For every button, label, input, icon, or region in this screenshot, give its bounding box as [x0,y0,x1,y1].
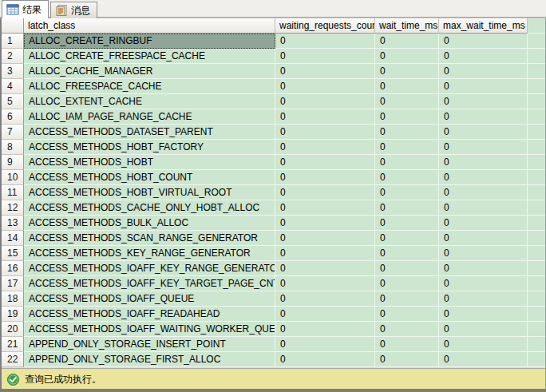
cell-waiting-requests-count[interactable]: 0 [275,291,375,307]
cell-wait-time-ms[interactable]: 0 [375,322,439,337]
cell-waiting-requests-count[interactable]: 0 [275,231,375,246]
tab-messages[interactable]: 消息 [50,2,97,18]
row-number-cell[interactable]: 1 [2,34,24,49]
grid-corner-cell[interactable] [2,18,24,34]
cell-waiting-requests-count[interactable]: 0 [275,109,375,125]
cell-latch-class[interactable]: ACCESS_METHODS_IOAFF_READAHEAD [24,307,275,322]
column-header-max-wait-time-ms[interactable]: max_wait_time_ms [439,18,528,34]
cell-max-wait-time-ms[interactable]: 0 [439,261,528,276]
cell-wait-time-ms[interactable]: 0 [375,64,439,79]
row-number-cell[interactable]: 11 [2,185,24,200]
row-number-cell[interactable]: 15 [2,246,24,261]
cell-wait-time-ms[interactable]: 0 [375,246,439,261]
cell-latch-class[interactable]: ACCESS_METHODS_DATASET_PARENT [24,125,275,140]
cell-max-wait-time-ms[interactable]: 0 [439,352,528,367]
cell-waiting-requests-count[interactable]: 0 [275,94,375,109]
cell-waiting-requests-count[interactable]: 0 [275,200,375,216]
cell-max-wait-time-ms[interactable]: 0 [439,291,528,307]
cell-waiting-requests-count[interactable]: 0 [275,49,375,64]
row-number-cell[interactable]: 22 [2,352,24,367]
cell-latch-class[interactable]: ACCESS_METHODS_IOAFF_WAITING_WORKER_QUEU… [24,322,275,337]
row-number-cell[interactable]: 12 [2,200,24,216]
cell-latch-class[interactable]: ALLOC_FREESPACE_CACHE [24,79,275,94]
cell-waiting-requests-count[interactable]: 0 [275,246,375,261]
cell-latch-class[interactable]: ACCESS_METHODS_IOAFF_KEY_TARGET_PAGE_CNT [24,276,275,291]
cell-waiting-requests-count[interactable]: 0 [275,337,375,352]
cell-max-wait-time-ms[interactable]: 0 [439,246,528,261]
cell-wait-time-ms[interactable]: 0 [375,352,439,367]
cell-latch-class[interactable]: ACCESS_METHODS_HOBT [24,155,275,170]
cell-max-wait-time-ms[interactable]: 0 [439,276,528,291]
row-number-cell[interactable]: 14 [2,231,24,246]
cell-wait-time-ms[interactable]: 0 [375,291,439,307]
cell-wait-time-ms[interactable]: 0 [375,170,439,185]
cell-max-wait-time-ms[interactable]: 0 [439,34,528,49]
cell-wait-time-ms[interactable]: 0 [375,337,439,352]
cell-waiting-requests-count[interactable]: 0 [275,185,375,200]
cell-waiting-requests-count[interactable]: 0 [275,64,375,79]
row-number-cell[interactable]: 2 [2,49,24,64]
cell-latch-class[interactable]: ACCESS_METHODS_IOAFF_KEY_RANGE_GENERATOR [24,261,275,276]
row-number-cell[interactable]: 18 [2,291,24,307]
cell-max-wait-time-ms[interactable]: 0 [439,79,528,94]
column-header-waiting-requests-count[interactable]: waiting_requests_count [275,18,375,34]
cell-max-wait-time-ms[interactable]: 0 [439,170,528,185]
cell-waiting-requests-count[interactable]: 0 [275,322,375,337]
cell-max-wait-time-ms[interactable]: 0 [439,109,528,125]
row-number-cell[interactable]: 16 [2,261,24,276]
cell-wait-time-ms[interactable]: 0 [375,140,439,155]
column-header-latch-class[interactable]: latch_class [24,18,275,34]
cell-latch-class[interactable]: APPEND_ONLY_STORAGE_FIRST_ALLOC [24,352,275,367]
cell-wait-time-ms[interactable]: 0 [375,109,439,125]
cell-latch-class[interactable]: ACCESS_METHODS_CACHE_ONLY_HOBT_ALLOC [24,200,275,216]
cell-waiting-requests-count[interactable]: 0 [275,170,375,185]
cell-latch-class[interactable]: ACCESS_METHODS_HOBT_FACTORY [24,140,275,155]
cell-max-wait-time-ms[interactable]: 0 [439,337,528,352]
row-number-cell[interactable]: 4 [2,79,24,94]
cell-wait-time-ms[interactable]: 0 [375,307,439,322]
cell-latch-class[interactable]: ACCESS_METHODS_BULK_ALLOC [24,216,275,231]
row-number-cell[interactable]: 20 [2,322,24,337]
cell-max-wait-time-ms[interactable]: 0 [439,322,528,337]
row-number-cell[interactable]: 13 [2,216,24,231]
cell-max-wait-time-ms[interactable]: 0 [439,231,528,246]
cell-latch-class[interactable]: ALLOC_EXTENT_CACHE [24,94,275,109]
cell-wait-time-ms[interactable]: 0 [375,79,439,94]
row-number-cell[interactable]: 3 [2,64,24,79]
row-number-cell[interactable]: 10 [2,170,24,185]
cell-waiting-requests-count[interactable]: 0 [275,276,375,291]
cell-wait-time-ms[interactable]: 0 [375,155,439,170]
cell-waiting-requests-count[interactable]: 0 [275,125,375,140]
cell-latch-class[interactable]: ACCESS_METHODS_IOAFF_QUEUE [24,291,275,307]
cell-wait-time-ms[interactable]: 0 [375,276,439,291]
cell-wait-time-ms[interactable]: 0 [375,34,439,49]
cell-latch-class[interactable]: ALLOC_CACHE_MANAGER [24,64,275,79]
row-number-cell[interactable]: 7 [2,125,24,140]
cell-wait-time-ms[interactable]: 0 [375,231,439,246]
row-number-cell[interactable]: 17 [2,276,24,291]
row-number-cell[interactable]: 5 [2,94,24,109]
cell-waiting-requests-count[interactable]: 0 [275,352,375,367]
cell-waiting-requests-count[interactable]: 0 [275,155,375,170]
cell-latch-class[interactable]: ALLOC_CREATE_FREESPACE_CACHE [24,49,275,64]
cell-max-wait-time-ms[interactable]: 0 [439,200,528,216]
cell-wait-time-ms[interactable]: 0 [375,261,439,276]
column-header-wait-time-ms[interactable]: wait_time_ms [375,18,439,34]
cell-waiting-requests-count[interactable]: 0 [275,140,375,155]
cell-waiting-requests-count[interactable]: 0 [275,216,375,231]
cell-wait-time-ms[interactable]: 0 [375,49,439,64]
cell-max-wait-time-ms[interactable]: 0 [439,216,528,231]
tab-results[interactable]: 结果 [2,0,49,18]
cell-max-wait-time-ms[interactable]: 0 [439,155,528,170]
row-number-cell[interactable]: 8 [2,140,24,155]
cell-waiting-requests-count[interactable]: 0 [275,261,375,276]
cell-wait-time-ms[interactable]: 0 [375,185,439,200]
cell-latch-class[interactable]: APPEND_ONLY_STORAGE_INSERT_POINT [24,337,275,352]
cell-max-wait-time-ms[interactable]: 0 [439,125,528,140]
cell-waiting-requests-count[interactable]: 0 [275,79,375,94]
cell-max-wait-time-ms[interactable]: 0 [439,185,528,200]
cell-wait-time-ms[interactable]: 0 [375,94,439,109]
cell-latch-class[interactable]: ACCESS_METHODS_HOBT_COUNT [24,170,275,185]
row-number-cell[interactable]: 9 [2,155,24,170]
row-number-cell[interactable]: 21 [2,337,24,352]
